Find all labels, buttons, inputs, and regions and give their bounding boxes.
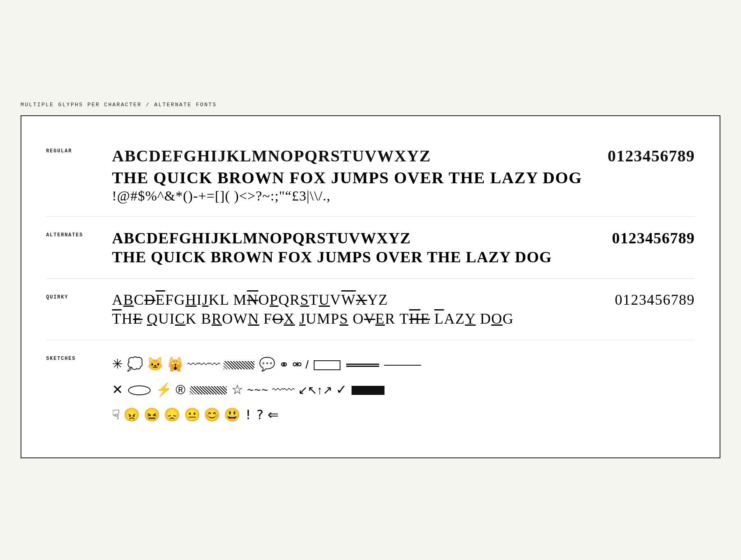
alternates-row: ALTERNATES ABCDEFGHIJKLMNOPQRSTUVWXYZ 01… [46,217,695,278]
regular-row: REGULAR ABCDEFGHIJKLMNOPQRSTUVWXYZ 01234… [46,133,695,216]
sketch-box1 [314,360,340,370]
quirky-alphabet: ABCDEFGHIJKL MNOPQRSTUVWXYZ [112,291,388,308]
sketch-catcry: 🙀 [167,357,184,371]
sketches-line1: ✳ 💭 🐱 🙀 〰〰〰 💬 ⚭ ⚮ / [112,352,695,376]
sketch-tilde: ~~~ [247,384,268,397]
sketches-row: SKETCHES ✳ 💭 🐱 🙀 〰〰〰 💬 ⚭ ⚮ / [46,340,695,437]
page-title: MULTIPLE GLYPHS PER CHARACTER / ALTERNAT… [21,102,720,108]
quirky-label: QUIRKY [46,291,112,300]
sketches-content: ✳ 💭 🐱 🙀 〰〰〰 💬 ⚭ ⚮ / ✕ [112,352,695,429]
sketch-catface: 🐱 [147,357,163,371]
sketch-slash: / [305,358,309,371]
sketch-sad: 😞 [164,407,180,422]
regular-line3: !@#$%^&*()-+=[]( )<>?~:;"“£3|\\/., [112,188,695,204]
quirky-line2: THE QUICK BROWN FOX JUMPS OVER THE LAZY … [112,310,695,327]
sketch-person1: ⚭ [279,358,289,371]
sketch-waves2: 〰〰 [272,384,294,397]
sketch-smile: 😊 [204,407,220,422]
sketch-asterisk: ✳ [112,357,123,371]
sketch-star: ☆ [231,382,243,397]
sketch-singleline [383,357,422,371]
sketch-cloud: 💭 [127,357,143,371]
sketch-angry: 😠 [124,407,140,422]
page-wrapper: MULTIPLE GLYPHS PER CHARACTER / ALTERNAT… [21,102,720,458]
alternates-line1: ABCDEFGHIJKLMNOPQRSTUVWXYZ 0123456789 [112,229,695,247]
sketch-x: ✕ [112,382,123,397]
sketches-line3: ☟ 😠 😖 😞 😐 😊 😃 ! ? ⇐ [112,403,695,427]
sketch-speech: 💬 [259,357,275,371]
sketches-label: SKETCHES [46,352,112,362]
sketch-grin: 😃 [224,407,240,422]
regular-label: REGULAR [46,145,112,154]
sketch-neutral: 😐 [184,407,200,422]
main-box: REGULAR ABCDEFGHIJKLMNOPQRSTUVWXYZ 01234… [21,115,720,458]
sketch-person2: ⚮ [292,358,302,371]
sketch-hand: ☟ [112,407,120,422]
sketch-arrows: ↙↖↑↗ [298,384,332,397]
sketch-leftarrow: ⇐ [268,407,279,422]
sketch-oval [128,385,151,395]
regular-numbers: 0123456789 [608,145,695,167]
alternates-label: ALTERNATES [46,229,112,238]
regular-line1: ABCDEFGHIJKLMNOPQRSTUVWXYZ 0123456789 [112,145,695,167]
quirky-row: QUIRKY ABCDEFGHIJKL MNOPQRSTUVWXYZ 01234… [46,279,695,340]
alternates-content: ABCDEFGHIJKLMNOPQRSTUVWXYZ 0123456789 TH… [112,229,695,266]
regular-line2: THE QUICK BROWN FOX JUMPS OVER THE LAZY … [112,168,695,187]
regular-alphabet: ABCDEFGHIJKLMNOPQRSTUVWXYZ [112,145,431,167]
quirky-content: ABCDEFGHIJKL MNOPQRSTUVWXYZ 0123456789 T… [112,291,695,327]
sketch-exclaim: ! [244,407,252,422]
sketch-lightning: ⚡ [156,382,172,397]
sketch-question: ? [256,407,263,422]
regular-content: ABCDEFGHIJKLMNOPQRSTUVWXYZ 0123456789 TH… [112,145,695,204]
quirky-line1: ABCDEFGHIJKL MNOPQRSTUVWXYZ 0123456789 [112,291,695,308]
sketch-check: ✓ [336,382,347,397]
quirky-numbers: 0123456789 [615,291,695,308]
sketch-hatch [223,357,255,371]
sketch-annoyed: 😖 [144,407,160,422]
alternates-line2: THE QUICK BROWN FOX JUMPS OVER THE LAZY … [112,248,695,266]
sketch-waves: 〰〰〰 [187,358,219,371]
sketch-doubleline [345,357,380,371]
sketch-scribble [189,382,228,397]
alternates-numbers: 0123456789 [612,229,695,247]
sketch-filled-rect [351,382,385,397]
alternates-alphabet: ABCDEFGHIJKLMNOPQRSTUVWXYZ [112,229,411,247]
sketches-line2: ✕ ⚡ ® ☆ ~~~ 〰〰 ↙↖↑↗ ✓ [112,378,695,402]
sketch-registered: ® [176,382,186,397]
